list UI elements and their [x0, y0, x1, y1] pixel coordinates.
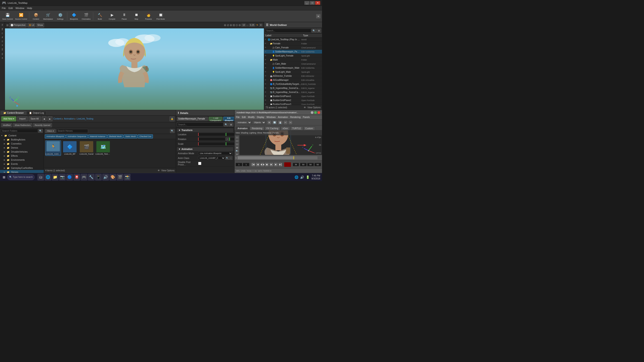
- transform-section-header[interactable]: ▼ Transform: [177, 128, 233, 132]
- outliner-row[interactable]: 👁 💡 SpotLight_Male SpotLight: [264, 70, 322, 74]
- marketplace-btn[interactable]: 🛒 Marketplace: [42, 11, 54, 21]
- maya-side-icon-6[interactable]: ✂: [235, 153, 239, 155]
- outliner-row[interactable]: 👁 🎥 Cam_Female CineCameraAct: [264, 46, 322, 50]
- maya-vp-toolbar-item[interactable]: View: [236, 132, 240, 134]
- taskbar-app-0[interactable]: 🗂: [38, 174, 44, 180]
- disable-post-checkbox[interactable]: [198, 162, 201, 165]
- vp-icon-3[interactable]: ⊗: [230, 24, 232, 27]
- content-btn[interactable]: 📦 Content: [30, 11, 42, 21]
- maya-tb-1[interactable]: ⊕: [267, 120, 272, 125]
- maya-step-fwd-btn[interactable]: ►: [274, 162, 278, 166]
- row-eye-icon[interactable]: 👁: [264, 103, 267, 105]
- taskbar-app-11[interactable]: 🎬: [117, 174, 124, 180]
- folder-item[interactable]: ▶ 📁 Demos: [0, 146, 44, 150]
- add-component-btn[interactable]: + Add Component: [209, 117, 222, 121]
- outliner-row[interactable]: 👁 🌐 LiveLink_TestMap (Play In Ed... Worl…: [264, 38, 322, 42]
- asset-item[interactable]: 🔷 LiveLink_BP: [62, 140, 78, 156]
- maya-vp-toolbar-item[interactable]: Panels: [272, 132, 279, 134]
- row-eye-icon[interactable]: 👁: [264, 99, 267, 101]
- menu-help[interactable]: Help: [27, 7, 32, 10]
- maya-tb-4[interactable]: ↩: [283, 120, 288, 125]
- actor-name-input[interactable]: [177, 117, 208, 121]
- outliner-row[interactable]: 👁 🎥 Cam_Male CineCameraAct: [264, 62, 322, 66]
- maya-stop-btn[interactable]: ■: [265, 162, 269, 166]
- folder-item[interactable]: ▶ 📁 GameplayCueNotifies: [0, 166, 44, 170]
- save-current-btn[interactable]: 💾 Save Current: [1, 11, 14, 21]
- outliner-row[interactable]: 👁 💡 SpotLight_Female SpotLight: [264, 54, 322, 58]
- outliner-row[interactable]: 👁 🔵 B_FortGlobalAbilityTargeting Edit B_…: [264, 82, 322, 86]
- outliner-row[interactable]: 👁 👤 SoldierMannequin_Male Edit SoldierMa: [264, 66, 322, 70]
- start-btn[interactable]: ⊞: [2, 174, 6, 180]
- cb-tab-content-browser[interactable]: 📁 Content Browser: [1, 111, 26, 114]
- maya-tb-3[interactable]: 💾: [278, 120, 283, 125]
- row-eye-icon[interactable]: 👁: [264, 71, 267, 73]
- maya-menu-item[interactable]: File: [236, 116, 240, 118]
- filter-tab-btn[interactable]: Modified: [1, 123, 12, 127]
- row-eye-icon[interactable]: 👁: [264, 87, 267, 89]
- viewport-show-btn[interactable]: Show: [36, 23, 44, 28]
- cb-nav-forward[interactable]: ►: [48, 116, 52, 121]
- maya-minimize-btn[interactable]: [311, 111, 314, 114]
- maya-menu-item[interactable]: Animation: [278, 116, 288, 118]
- menu-file[interactable]: File: [2, 7, 6, 10]
- maya-tb-5[interactable]: ↪: [288, 120, 293, 125]
- details-search-input[interactable]: [177, 122, 223, 126]
- vp-icon-5[interactable]: ⊙: [236, 24, 238, 27]
- cb-tab-output-log[interactable]: 📋 Output Log: [26, 111, 46, 114]
- maya-side-icon-1[interactable]: ↑: [235, 136, 239, 139]
- outliner-row[interactable]: 👁 📷 B_IngameMap_SceneCapture Edit B_Inga…: [264, 86, 322, 90]
- anim-mode-select[interactable]: Use Animation Blueprint: [198, 152, 232, 155]
- location-y-input[interactable]: 254.9970: [226, 132, 234, 136]
- viewport-lit-btn[interactable]: 🔆 Lit: [28, 23, 35, 28]
- folder-item[interactable]: ▶ 📁 Heroes: [0, 170, 44, 173]
- maya-tab[interactable]: Rendering: [250, 126, 264, 130]
- outliner-row[interactable]: 👁 🎯 AIGoalManager Edit AIGoalMa: [264, 78, 322, 82]
- filter-chip-btn[interactable]: Skeletal Mesh: [108, 134, 124, 138]
- row-eye-icon[interactable]: 👁: [264, 55, 267, 57]
- rot-x-reset[interactable]: ↺: [226, 137, 229, 141]
- folder-search-input[interactable]: [1, 129, 38, 133]
- outliner-row[interactable]: 👁 🤖 AIDirector_Fortnite Edit AIDirector: [264, 74, 322, 78]
- taskbar-app-12[interactable]: 📸: [124, 174, 130, 180]
- toolbar-expand-btn[interactable]: »: [316, 14, 321, 18]
- assets-search-input[interactable]: [56, 129, 88, 133]
- row-eye-icon[interactable]: 👁: [264, 59, 267, 61]
- pick-mode-btn[interactable]: 🔲 Pick Mode: [155, 11, 167, 21]
- maya-menu-item[interactable]: Modify: [248, 116, 254, 118]
- filter-tab-btn[interactable]: Show Redirectors: [13, 123, 32, 127]
- filter-chip-btn[interactable]: Animation Blueprint: [45, 134, 66, 138]
- row-eye-icon[interactable]: 👁: [264, 46, 267, 49]
- row-eye-icon[interactable]: 👁: [264, 95, 267, 97]
- scale-x-input[interactable]: 1.0: [198, 142, 226, 146]
- anim-class-select[interactable]: LiveLink_AnimBP_C: [198, 156, 225, 160]
- row-eye-icon[interactable]: 👁: [264, 63, 267, 65]
- maya-menu-item[interactable]: Panels: [303, 116, 310, 118]
- taskbar-app-9[interactable]: 🔊: [102, 174, 109, 180]
- maya-play-back-btn[interactable]: ◄◄: [260, 162, 264, 166]
- row-eye-icon[interactable]: 👁: [264, 83, 267, 85]
- row-eye-icon[interactable]: 👁: [264, 79, 267, 81]
- folder-item[interactable]: ▶ 📁 BuildingActors: [0, 138, 44, 142]
- outliner-search-input[interactable]: [265, 28, 311, 33]
- animation-section-header[interactable]: ▼ Animation: [177, 147, 233, 151]
- maya-timeline-bar[interactable]: [238, 156, 318, 160]
- row-eye-icon[interactable]: 👁: [264, 91, 267, 93]
- assets-search-btn[interactable]: 🔍: [170, 129, 174, 133]
- row-eye-icon[interactable]: 👁: [264, 75, 267, 77]
- details-search-btn[interactable]: 🔍: [224, 122, 228, 126]
- maya-menu-item[interactable]: Display: [257, 116, 264, 118]
- maya-side-icon-3[interactable]: ↕: [235, 143, 239, 146]
- maya-tab[interactable]: xGen: [280, 126, 290, 130]
- filter-chip-btn[interactable]: Checked Out: [138, 134, 153, 138]
- maya-end-frame-input3[interactable]: [314, 163, 321, 166]
- maya-next-key-btn[interactable]: ►|: [278, 162, 282, 166]
- import-btn[interactable]: Import: [17, 116, 28, 121]
- maya-close-btn[interactable]: [318, 111, 320, 114]
- asset-item[interactable]: 🎬 LiveLink_Facial: [78, 140, 94, 156]
- breadcrumb-part[interactable]: Content: [53, 118, 61, 120]
- cb-lock-btn[interactable]: 🔒: [170, 116, 174, 121]
- maya-end-frame-input[interactable]: [300, 163, 307, 166]
- row-eye-icon[interactable]: 👁: [264, 38, 267, 40]
- blueprints-btn[interactable]: 🔷 Blueprints: [68, 11, 80, 21]
- rotation-y-input[interactable]: 0.0: [230, 137, 234, 141]
